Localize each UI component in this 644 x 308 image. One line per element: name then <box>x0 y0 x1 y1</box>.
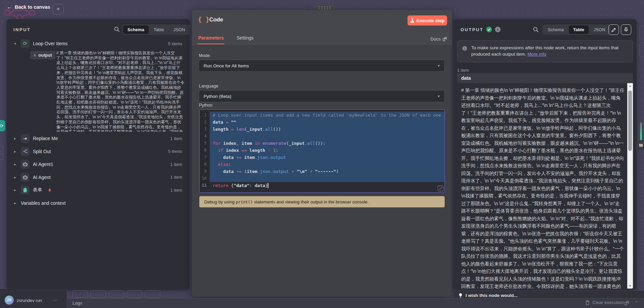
avatar[interactable]: ZR <box>5 296 14 305</box>
logs-bar: Logs Clear execution ⌃ <box>67 298 644 308</box>
wish-label: I wish this node would... <box>466 293 518 298</box>
node-label: Split Out <box>33 149 51 154</box>
pin-data-button[interactable] <box>621 24 631 35</box>
tab-settings[interactable]: Settings <box>236 33 254 44</box>
tab-schema[interactable]: Schema <box>543 25 568 34</box>
back-to-canvas-link[interactable]: ← Back to canvas <box>7 4 50 10</box>
node-label: AI Agent1 <box>33 162 53 167</box>
input-node-list: ▸➔Replace Me1 item▸Split Out5 items▸AI A… <box>13 133 183 211</box>
table-scrollbar[interactable]: ▲ ▼ <box>627 83 633 289</box>
input-node-loop-over-items[interactable]: ▾ ⟳ Loop Over Items 5 items <box>13 39 183 49</box>
split-node-icon <box>21 147 30 156</box>
output-item-count: 1 item <box>457 68 469 73</box>
input-node-表单[interactable]: ▸表单1 item <box>13 185 183 195</box>
arrow-node-icon: ➔ <box>21 134 30 143</box>
assistant-badge[interactable]: M <box>636 140 644 150</box>
pencil-icon <box>611 27 616 32</box>
node-item-count: 1 item <box>170 136 182 141</box>
input-node-replace-me[interactable]: ▸➔Replace Me1 item <box>13 133 183 143</box>
scrollbar-thumb[interactable] <box>628 90 632 151</box>
code-line-9[interactable]: 9 data += (item.json.output + "\n" + "--… <box>200 168 444 175</box>
clear-execution-label: Clear execution <box>592 300 624 305</box>
info-icon[interactable]: i <box>495 26 501 33</box>
mode-value: Run Once for All Items <box>204 63 249 68</box>
tab-json[interactable]: JSON <box>169 25 190 34</box>
edit-output-button[interactable] <box>608 24 619 35</box>
chevron-down-icon[interactable]: ▾ <box>13 41 17 46</box>
output-cell-value: # 第一章 情绪的颜色\n \n"林晓阳！物理实验报告就差你一个人没交了！"班主… <box>457 83 627 289</box>
new-tab-button[interactable]: + <box>53 4 64 14</box>
execute-step-button[interactable]: Execute step <box>408 15 447 25</box>
tab-table[interactable]: Table <box>569 25 589 34</box>
mode-select[interactable]: Run Once for All Items ▾ <box>199 60 445 72</box>
chevron-right-icon[interactable]: ▸ <box>13 201 17 205</box>
input-node-ai-agent1[interactable]: ▸AI Agent11 item <box>13 159 183 169</box>
docs-label: Docs <box>430 37 441 42</box>
tab-schema[interactable]: Schema <box>123 25 149 34</box>
notice-info-icon: i <box>462 46 467 51</box>
clear-execution-button[interactable]: Clear execution <box>585 300 624 305</box>
code-line-3[interactable]: 3length = len(_input.all()) <box>200 126 444 133</box>
language-label: Language <box>199 83 218 88</box>
code-line-10[interactable]: 10 <box>200 175 444 182</box>
tab-parameters[interactable]: Parameters <box>198 33 224 44</box>
mode-label: Mode <box>199 53 210 58</box>
logs-label[interactable]: Logs <box>72 301 82 306</box>
user-name[interactable]: zsrundev run <box>17 298 42 303</box>
chevron-down-icon: ▾ <box>438 63 440 68</box>
node-label: Loop Over Items <box>33 41 68 46</box>
code-line-5[interactable]: 5for index, item in enumerate(_input.all… <box>200 140 444 147</box>
plus-icon: + <box>56 6 60 13</box>
python-code-editor[interactable]: 1# Loop over input items and add a new f… <box>199 109 445 193</box>
code-line-8[interactable]: 8 else: <box>200 161 444 168</box>
input-display-tabs: SchemaTableJSON <box>122 24 191 35</box>
code-line-1[interactable]: 1# Loop over input items and add a new f… <box>200 112 444 119</box>
column-header-data[interactable]: data <box>457 73 633 83</box>
code-line-4[interactable]: 4 <box>200 133 444 140</box>
chevron-right-icon[interactable]: ▸ <box>13 136 17 141</box>
input-node-variables-and-context[interactable]: ▸Variables and context <box>13 198 183 208</box>
chevron-right-icon[interactable]: ▸ <box>13 162 17 167</box>
node-item-count: 1 item <box>170 162 182 167</box>
python-editor-label: Python <box>199 103 212 108</box>
input-node-ai-agent[interactable]: ▸AI Agent1 item <box>13 172 183 182</box>
chevron-right-icon[interactable]: ▸ <box>13 149 17 154</box>
code-line-11[interactable]: 11return {"data": data} <box>200 182 444 189</box>
more-info-link[interactable]: More info <box>527 52 546 57</box>
robot-node-icon <box>21 173 30 182</box>
input-search-icon[interactable] <box>114 26 120 32</box>
node-item-count: 5 items <box>168 149 182 154</box>
input-node-split-out[interactable]: ▸Split Out5 items <box>13 146 183 157</box>
schema-field-value: # 第一章 情绪的颜色\n \n"林晓阳！物理实验报告就差你一个人没交了！"班主… <box>56 51 184 132</box>
tab-table[interactable]: Table <box>149 25 168 34</box>
success-check-icon <box>486 26 492 33</box>
parameters-settings-tabs: ParametersSettings <box>198 33 254 44</box>
editor-expand-handle[interactable]: ⤢ <box>438 186 443 191</box>
robot-node-icon <box>21 160 30 169</box>
form-node-icon <box>21 186 30 194</box>
collapse-chevron-icon[interactable]: ⌃ <box>635 300 638 305</box>
lightbulb-icon <box>459 293 463 298</box>
debug-hint-text: Debug by using print() statements and vi… <box>204 199 369 204</box>
scroll-down-arrow[interactable]: ▼ <box>627 283 633 289</box>
input-title: INPUT <box>13 27 31 32</box>
docs-link[interactable]: Docs <box>430 37 447 42</box>
chevron-right-icon[interactable]: ▸ <box>13 175 17 180</box>
code-line-7[interactable]: 7 data += item.json.output <box>200 154 444 161</box>
code-line-6[interactable]: 6 if index == length - 1: <box>200 147 444 154</box>
schema-field-pill[interactable]: A output <box>30 51 55 59</box>
chevron-down-icon: ▾ <box>438 94 440 99</box>
code-line-2[interactable]: 2data = "" <box>200 119 444 126</box>
popout-icon[interactable] <box>625 301 629 305</box>
scroll-up-arrow[interactable]: ▲ <box>627 83 633 88</box>
language-select[interactable]: Python (Beta) ▾ <box>199 90 445 102</box>
node-item-count: 1 item <box>170 188 182 193</box>
modal-title: Code <box>209 16 223 23</box>
chevron-right-icon[interactable]: ▸ <box>13 188 17 192</box>
input-panel: INPUT SchemaTableJSON ▾ ⟳ Loop Over Item… <box>7 19 190 290</box>
svg-text:i: i <box>497 27 498 32</box>
output-search-icon[interactable] <box>533 27 539 33</box>
tab-json[interactable]: JSON <box>589 25 610 34</box>
node-label: Replace Me <box>33 136 58 141</box>
user-menu-ellipsis[interactable]: ⋯ <box>53 297 58 303</box>
